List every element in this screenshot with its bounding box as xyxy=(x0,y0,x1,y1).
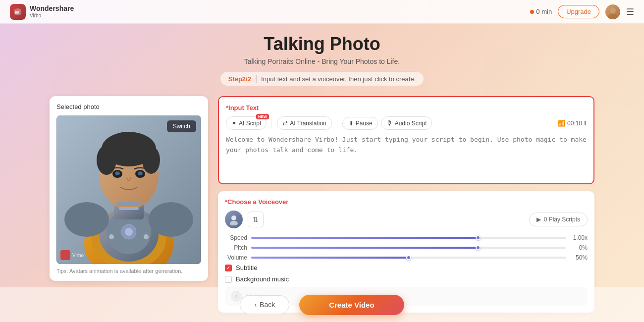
header: W Wondershare Virbo 0 min Upgrade ☰ xyxy=(0,0,644,24)
audio-script-label: Audio Script xyxy=(395,120,427,127)
speed-label: Speed xyxy=(225,234,247,241)
svg-point-9 xyxy=(64,202,109,237)
svg-point-22 xyxy=(125,228,133,236)
svg-point-13 xyxy=(97,145,116,175)
pause-button[interactable]: ⏸ Pause xyxy=(342,117,378,130)
speed-value: 1.00x xyxy=(570,234,588,241)
menu-icon[interactable]: ☰ xyxy=(626,6,634,17)
switch-button[interactable]: Switch xyxy=(167,120,196,132)
pause-label: Pause xyxy=(356,120,373,127)
audio-script-button[interactable]: 🎙 Audio Script xyxy=(381,116,432,130)
play-scripts-button[interactable]: ▶ 0 Play Scripts xyxy=(529,213,588,226)
speed-thumb xyxy=(476,235,481,240)
pitch-thumb xyxy=(476,245,481,250)
svg-point-17 xyxy=(115,171,120,175)
header-right: 0 min Upgrade ☰ xyxy=(530,4,634,19)
svg-point-23 xyxy=(109,234,114,239)
svg-point-26 xyxy=(230,221,238,225)
audio-icon: 🎙 xyxy=(386,119,393,127)
ai-script-button[interactable]: ✦ AI Script NEW xyxy=(226,116,267,130)
speed-row: Speed 1.00x xyxy=(225,234,588,241)
pitch-track xyxy=(251,247,566,249)
volume-value: 50% xyxy=(570,254,588,261)
pitch-row: Pitch 0% xyxy=(225,244,588,251)
svg-point-1 xyxy=(610,7,616,13)
logo-sub: Virbo xyxy=(30,13,74,18)
timer-value: 0 min xyxy=(536,8,552,15)
wifi-icon: 📶 xyxy=(558,120,565,127)
svg-rect-19 xyxy=(116,202,141,206)
play-icon: ▶ xyxy=(537,216,541,223)
music-checkbox[interactable] xyxy=(225,276,232,283)
voiceover-label: Choose a Voiceover xyxy=(227,198,288,206)
watermark-text: Virbo xyxy=(72,253,84,258)
subtitle-checkbox[interactable]: ✓ xyxy=(225,265,232,271)
svg-point-25 xyxy=(231,215,236,220)
pitch-value: 0% xyxy=(570,244,588,251)
left-panel: Selected photo xyxy=(50,96,208,281)
avatar[interactable] xyxy=(605,4,620,19)
create-video-button[interactable]: Create Video xyxy=(299,295,404,315)
step-divider: | xyxy=(255,74,257,83)
back-label: Back xyxy=(260,301,275,309)
ai-translation-label: AI Translation xyxy=(290,120,326,127)
translate-icon: ⇄ xyxy=(282,119,288,127)
script-textarea[interactable] xyxy=(226,135,587,174)
svg-point-2 xyxy=(608,14,618,19)
volume-track xyxy=(251,257,566,259)
toolbar: ✦ AI Script NEW ⇄ AI Translation ⏸ Pause xyxy=(226,116,587,130)
pitch-label: Pitch xyxy=(225,244,247,251)
play-scripts-label: 0 Play Scripts xyxy=(544,216,580,223)
music-label: Background music xyxy=(236,275,289,283)
speed-track xyxy=(251,237,566,239)
selected-photo-label: Selected photo xyxy=(56,103,201,110)
page-title: Talking Photo xyxy=(264,34,380,54)
input-text-label: Input Text xyxy=(228,104,259,111)
tips-text: Tips: Avatars animation is available aft… xyxy=(56,268,201,274)
subtitle-row: ✓ Subtitle xyxy=(225,264,588,271)
page-subtitle: Talking Portraits Online - Bring Your Ph… xyxy=(244,57,400,65)
header-timer: 0 min xyxy=(530,8,552,15)
ai-script-icon: ✦ xyxy=(231,119,237,127)
pause-icon: ⏸ xyxy=(348,120,354,127)
voiceover-title: *Choose a Voiceover xyxy=(225,198,588,206)
svg-point-18 xyxy=(138,171,143,175)
speed-fill xyxy=(251,237,478,239)
ai-script-label: AI Script xyxy=(239,120,261,127)
svg-text:W: W xyxy=(15,10,19,15)
info-icon: ℹ xyxy=(584,120,587,127)
watermark: Virbo xyxy=(60,250,84,260)
photo-container: Switch Virbo xyxy=(56,115,201,264)
input-text-section: *Input Text ✦ AI Script NEW ⇄ AI Transla… xyxy=(218,96,594,184)
step-desc: Input text and set a voiceover, then jus… xyxy=(261,75,416,83)
adjust-icon: ⇅ xyxy=(253,215,259,223)
svg-point-24 xyxy=(144,234,149,239)
timer-display: 📶 00:10 ℹ xyxy=(558,120,587,127)
input-text-title: *Input Text xyxy=(226,104,587,111)
svg-rect-20 xyxy=(119,207,139,210)
logo-name: Wondershare xyxy=(30,5,74,12)
music-row: Background music xyxy=(225,275,588,283)
new-badge: NEW xyxy=(256,114,269,119)
photo-placeholder xyxy=(56,115,201,264)
logo: W Wondershare Virbo xyxy=(10,4,74,20)
volume-thumb xyxy=(406,255,411,260)
back-button[interactable]: ‹ Back xyxy=(240,295,289,314)
right-panel: *Input Text ✦ AI Script NEW ⇄ AI Transla… xyxy=(218,96,594,313)
ai-translation-button[interactable]: ⇄ AI Translation xyxy=(277,116,331,130)
toolbar-divider2 xyxy=(337,118,337,128)
content-area: Selected photo xyxy=(50,96,594,313)
adjust-button[interactable]: ⇅ xyxy=(248,212,264,227)
volume-row: Volume 50% xyxy=(225,254,588,261)
voiceover-row: ⇅ ▶ 0 Play Scripts xyxy=(225,211,588,228)
volume-fill xyxy=(251,257,409,259)
step-label: Step2/2 xyxy=(228,75,251,83)
step-bar: Step2/2 | Input text and set a voiceover… xyxy=(220,71,425,86)
pitch-fill xyxy=(251,247,478,249)
timer-text: 00:10 xyxy=(567,120,582,127)
main-content: Talking Photo Talking Portraits Online -… xyxy=(0,24,644,313)
voice-avatar[interactable] xyxy=(225,211,243,228)
upgrade-button[interactable]: Upgrade xyxy=(558,5,599,18)
logo-icon: W xyxy=(10,4,26,20)
svg-point-14 xyxy=(142,146,160,174)
